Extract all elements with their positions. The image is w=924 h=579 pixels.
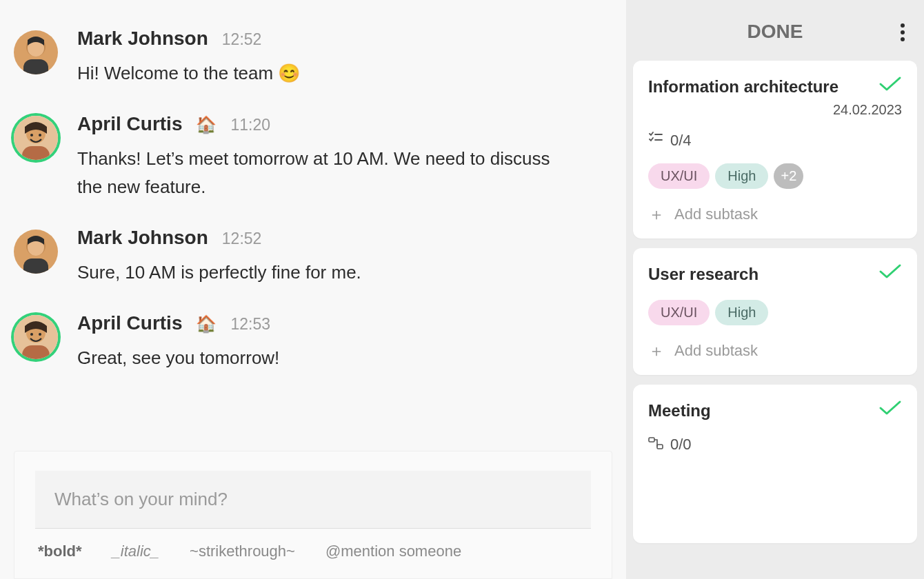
chat-message: Mark Johnson 12:52 Sure, 10 AM is perfec… [14, 227, 564, 286]
plus-icon: ＋ [648, 206, 665, 223]
task-progress: 0/4 [670, 132, 692, 150]
formatting-hints: *bold* _italic_ ~strikethrough~ @mention… [35, 542, 591, 560]
plus-icon: ＋ [648, 343, 665, 359]
avatar[interactable] [14, 230, 58, 274]
message-text: Great, see you tomorrow! [77, 344, 564, 372]
message-text: Sure, 10 AM is perfectly fine for me. [77, 258, 564, 286]
avatar[interactable] [14, 315, 58, 359]
message-author: April Curtis [77, 113, 182, 135]
message-text: Hi! Welcome to the team 😊 [77, 59, 564, 87]
message-timestamp: 12:52 [222, 30, 262, 49]
message-author: April Curtis [77, 312, 182, 334]
task-tag[interactable]: UX/UI [648, 300, 710, 325]
checkmark-icon [878, 400, 902, 416]
task-date: 24.02.2023 [648, 102, 902, 118]
composer-input[interactable] [35, 471, 591, 529]
hint-bold: *bold* [38, 542, 82, 560]
task-tag[interactable]: UX/UI [648, 163, 710, 189]
message-author: Mark Johnson [77, 28, 208, 50]
add-subtask-button[interactable]: ＋ Add subtask [648, 205, 902, 223]
hint-strikethrough: ~strikethrough~ [190, 542, 295, 560]
chat-message: April Curtis 🏠 11:20 Thanks! Let’s meet … [14, 113, 564, 201]
more-options-button[interactable] [898, 21, 907, 44]
svg-rect-23 [657, 445, 663, 449]
task-progress: 0/0 [670, 436, 692, 454]
checkmark-icon [878, 76, 902, 92]
svg-rect-19 [22, 345, 50, 359]
message-timestamp: 11:20 [230, 116, 270, 134]
checkmark-icon [878, 263, 902, 280]
add-subtask-label: Add subtask [674, 342, 758, 360]
svg-point-21 [39, 333, 41, 336]
task-card[interactable]: User research UX/UI High ＋ Add subtask [633, 248, 917, 374]
avatar[interactable] [14, 116, 58, 160]
task-card[interactable]: Information architecture 24.02.2023 0/4 … [633, 61, 917, 238]
chat-message: April Curtis 🏠 12:53 Great, see you tomo… [14, 312, 564, 372]
hint-italic: _italic_ [112, 542, 159, 560]
message-text: Thanks! Let’s meet tomorrow at 10 AM. We… [77, 145, 564, 201]
hint-mention: @mention someone [325, 542, 461, 560]
task-card[interactable]: Meeting 0/0 [633, 385, 917, 543]
svg-rect-4 [23, 59, 48, 74]
message-author: Mark Johnson [77, 227, 208, 249]
task-tag-more[interactable]: +2 [774, 163, 803, 189]
add-subtask-button[interactable]: ＋ Add subtask [648, 342, 902, 360]
avatar[interactable] [14, 30, 58, 74]
task-tag[interactable]: High [715, 163, 768, 189]
task-title: Information architecture [648, 76, 870, 98]
chat-pane: Mark Johnson 12:52 Hi! Welcome to the te… [0, 0, 626, 579]
house-icon: 🏠 [196, 115, 217, 134]
subtask-tree-icon [648, 436, 663, 454]
task-tag[interactable]: High [715, 300, 768, 325]
composer: *bold* _italic_ ~strikethrough~ @mention… [14, 451, 612, 579]
svg-rect-22 [649, 438, 654, 442]
task-title: User research [648, 263, 759, 285]
svg-point-9 [30, 134, 33, 136]
house-icon: 🏠 [196, 314, 217, 334]
add-subtask-label: Add subtask [674, 205, 758, 223]
svg-point-20 [30, 333, 33, 336]
svg-rect-8 [22, 146, 50, 160]
message-timestamp: 12:53 [230, 315, 270, 334]
task-title: Meeting [648, 400, 711, 422]
tasks-pane: DONE Information architecture 24.02.2023 [626, 0, 924, 579]
svg-point-10 [39, 134, 41, 136]
checklist-icon [648, 132, 663, 150]
message-list: Mark Johnson 12:52 Hi! Welcome to the te… [14, 28, 612, 430]
svg-rect-15 [23, 258, 48, 274]
message-timestamp: 12:52 [222, 230, 262, 248]
tasks-column-title: DONE [747, 21, 803, 43]
chat-message: Mark Johnson 12:52 Hi! Welcome to the te… [14, 28, 564, 87]
